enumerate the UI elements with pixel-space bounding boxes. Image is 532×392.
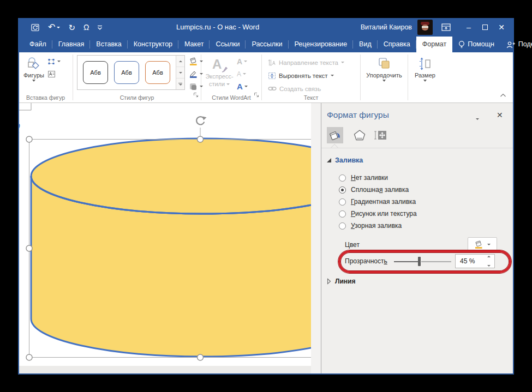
- format-shape-pane: Формат фигуры ✕: [321, 103, 513, 373]
- fill-option-gradient-fill[interactable]: Градиентная заливка: [339, 197, 416, 207]
- fill-color-button[interactable]: [468, 237, 497, 252]
- wordart-dialog-launcher[interactable]: [254, 91, 260, 100]
- text-direction-caret[interactable]: [341, 62, 344, 63]
- shape-style-sample-2[interactable]: Абв: [114, 61, 139, 84]
- shapes-icon: [27, 57, 41, 71]
- pane-divider: [321, 148, 513, 148]
- ribbon-display-options-button[interactable]: [441, 23, 451, 31]
- user-name[interactable]: Виталий Каиров: [361, 23, 412, 31]
- undo-dropdown-caret[interactable]: [57, 27, 60, 28]
- arrange-caret[interactable]: [382, 80, 386, 82]
- pane-tab-effects[interactable]: [351, 127, 368, 143]
- edit-shape-button[interactable]: [47, 56, 61, 67]
- tab-file[interactable]: Файл: [23, 37, 52, 52]
- undo-button[interactable]: ↶: [48, 23, 60, 32]
- shape-style-sample-1[interactable]: Абв: [83, 61, 108, 84]
- maximize-button[interactable]: [477, 18, 493, 37]
- redo-icon: ↻: [68, 23, 75, 32]
- text-direction-button[interactable]: Направление текста: [268, 57, 344, 68]
- shape-fill-button[interactable]: [189, 56, 203, 67]
- effects-tab-icon: [353, 129, 366, 141]
- text-outline-button[interactable]: А: [237, 69, 248, 79]
- fill-color-caret[interactable]: [487, 244, 491, 245]
- clipped-text-glyph: ℓ: [19, 119, 20, 138]
- shape-styles-dialog-launcher[interactable]: [193, 91, 199, 100]
- tab-insert[interactable]: Вставка: [90, 37, 127, 52]
- close-button[interactable]: ✕: [493, 18, 510, 37]
- shape-outline-button[interactable]: [189, 69, 203, 79]
- handle-middle-left[interactable]: [26, 245, 32, 251]
- align-text-caret[interactable]: [331, 75, 334, 76]
- shape-style-sample-3[interactable]: Абв: [145, 61, 170, 84]
- text-outline-caret[interactable]: [243, 73, 246, 75]
- radio-picture-texture[interactable]: [339, 210, 346, 218]
- group-label-text: Текст: [262, 94, 360, 101]
- tab-home[interactable]: Главная: [52, 37, 91, 52]
- tab-layout[interactable]: Макет: [178, 37, 210, 52]
- fill-option-solid-fill[interactable]: Сплошная заливка: [339, 185, 409, 195]
- text-box-button[interactable]: [47, 69, 61, 79]
- handle-top-middle[interactable]: [198, 136, 204, 142]
- tab-references[interactable]: Ссылки: [210, 37, 246, 52]
- tab-help[interactable]: Справка: [378, 37, 416, 52]
- size-icon: [419, 57, 432, 71]
- link-icon: [268, 86, 277, 92]
- document-canvas[interactable]: ℓ: [19, 103, 311, 373]
- handle-bottom-left[interactable]: [26, 354, 32, 360]
- tab-view[interactable]: Вид: [353, 37, 378, 52]
- pane-tab-layout-properties[interactable]: [372, 127, 388, 143]
- radio-solid-fill[interactable]: [339, 186, 346, 194]
- minimize-button[interactable]: –: [461, 18, 477, 37]
- canvas-side-gutter: [311, 103, 321, 373]
- text-fill-button[interactable]: А: [237, 56, 248, 67]
- pane-tab-fill-line[interactable]: [327, 127, 343, 143]
- tab-mailings[interactable]: Рассылки: [246, 37, 288, 52]
- gallery-scroll-down-button[interactable]: [176, 67, 184, 79]
- customize-qat-button[interactable]: [97, 25, 103, 30]
- size-button[interactable]: Размер: [415, 55, 435, 82]
- user-avatar[interactable]: [417, 20, 433, 35]
- fill-option-no-fill[interactable]: Нет заливки: [339, 173, 388, 183]
- tab-design[interactable]: Конструктор: [128, 37, 178, 52]
- tab-assistant[interactable]: Помощн: [452, 37, 500, 52]
- cylinder-shape[interactable]: [31, 138, 311, 357]
- shapes-dropdown-caret[interactable]: [32, 80, 35, 82]
- shapes-button[interactable]: Фигуры: [23, 55, 44, 82]
- save-sync-button[interactable]: [31, 23, 40, 32]
- handle-bottom-middle[interactable]: [198, 354, 204, 360]
- radio-no-fill[interactable]: [339, 174, 346, 182]
- fill-option-pattern-fill[interactable]: Узорная заливка: [339, 221, 402, 231]
- pane-close-button[interactable]: ✕: [497, 111, 503, 119]
- text-effects-button[interactable]: А: [237, 81, 248, 92]
- fill-section-header[interactable]: Заливка: [327, 156, 363, 164]
- maximize-icon: [482, 25, 488, 30]
- edit-shape-caret[interactable]: [57, 61, 61, 62]
- gallery-scroll-up-button[interactable]: [176, 56, 184, 67]
- group-wordart-styles: А Экспресс- стили А А: [202, 52, 261, 102]
- tab-share[interactable]: Поделиться: [500, 37, 532, 52]
- text-effects-caret[interactable]: [244, 86, 248, 87]
- handle-top-left[interactable]: [26, 136, 32, 142]
- titlebar-right: Виталий Каиров – ✕: [361, 18, 513, 37]
- size-caret[interactable]: [423, 80, 427, 82]
- tab-review[interactable]: Рецензирование: [289, 37, 354, 52]
- gallery-more-button[interactable]: [176, 79, 184, 89]
- quick-styles-button[interactable]: А Экспресс- стили: [204, 55, 235, 87]
- tab-format[interactable]: Формат: [416, 37, 452, 52]
- align-text-button[interactable]: Выровнять текст: [268, 70, 344, 81]
- pane-options-caret: [476, 118, 479, 120]
- create-link-button[interactable]: Создать связь: [268, 83, 344, 94]
- line-section-header[interactable]: Линия: [327, 278, 355, 285]
- rotation-handle[interactable]: [196, 117, 206, 125]
- symbol-button[interactable]: Ω: [83, 23, 89, 31]
- radio-gradient-fill[interactable]: [339, 198, 346, 206]
- pane-options-button[interactable]: [476, 114, 479, 122]
- arrange-button[interactable]: Упорядочить: [366, 55, 402, 82]
- collapse-ribbon-button[interactable]: [500, 89, 506, 99]
- fill-option-picture-texture[interactable]: Рисунок или текстура: [339, 209, 417, 219]
- redo-button[interactable]: ↻: [68, 23, 75, 32]
- text-fill-caret[interactable]: [244, 61, 247, 62]
- share-person-icon: [506, 41, 516, 49]
- margin-corner-mark: [19, 103, 31, 110]
- radio-pattern-fill[interactable]: [339, 222, 346, 230]
